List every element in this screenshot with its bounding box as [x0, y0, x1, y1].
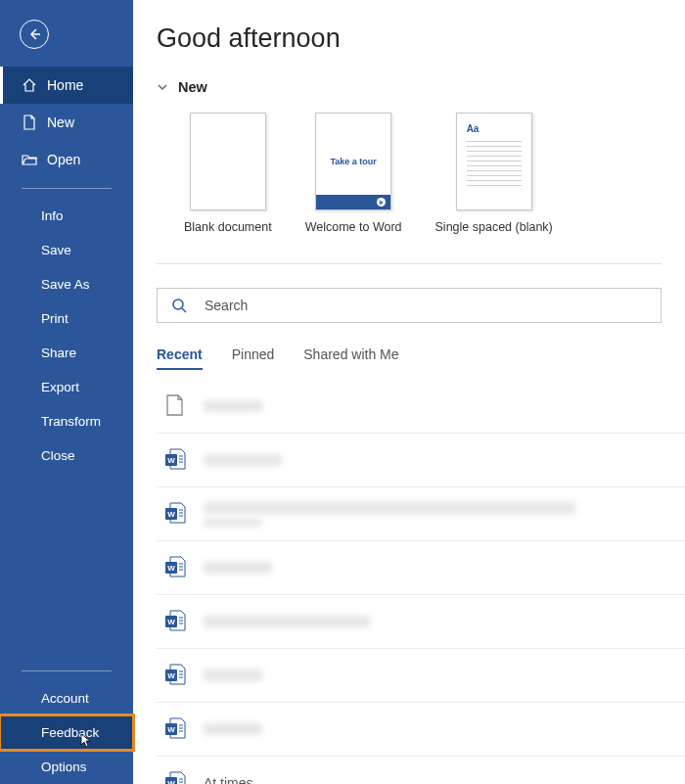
sidebar-divider [22, 188, 112, 189]
template-thumb: Take a tour [315, 113, 391, 210]
word-doc-icon: W [164, 770, 186, 784]
svg-text:W: W [167, 618, 175, 626]
folder-open-icon [22, 152, 37, 167]
nav-home[interactable]: Home [0, 67, 133, 104]
svg-text:W: W [167, 725, 175, 734]
word-doc-icon: W [164, 663, 186, 688]
template-thumb [190, 113, 266, 210]
word-doc-icon: W [164, 555, 186, 580]
template-label: Welcome to Word [305, 220, 402, 234]
home-icon [22, 77, 37, 93]
recent-tabs: Recent Pinned Shared with Me [157, 346, 685, 370]
word-doc-icon: W [164, 609, 186, 634]
search-box[interactable] [157, 288, 662, 323]
file-name-redacted [204, 723, 262, 735]
template-gallery: Blank document Take a tour Welcome to Wo… [184, 113, 685, 234]
nav-save-as[interactable]: Save As [0, 267, 133, 301]
nav-transform[interactable]: Transform [0, 404, 133, 438]
template-inner-text: Take a tour [316, 157, 390, 166]
file-row[interactable]: W [157, 649, 685, 703]
svg-text:W: W [167, 510, 175, 519]
new-section-header[interactable]: New [157, 79, 685, 95]
arrow-right-icon [379, 200, 385, 206]
file-name: At times [204, 775, 253, 784]
file-meta-redacted [204, 519, 262, 527]
nav-open[interactable]: Open [0, 141, 133, 178]
file-row[interactable]: W [157, 541, 685, 595]
nav-home-label: Home [47, 77, 83, 93]
search-icon [171, 298, 187, 313]
nav-account[interactable]: Account [0, 681, 133, 715]
file-row[interactable]: W [157, 703, 685, 757]
tab-pinned[interactable]: Pinned [232, 346, 275, 370]
nav-feedback[interactable]: Feedback [0, 715, 133, 750]
file-row[interactable]: W At times [157, 757, 685, 784]
nav-options[interactable]: Options [0, 750, 133, 784]
nav-info[interactable]: Info [0, 199, 133, 233]
nav-share[interactable]: Share [0, 336, 133, 370]
backstage-sidebar: Home New Open Info Save Save As Print Sh… [0, 0, 133, 784]
nav-close[interactable]: Close [0, 438, 133, 473]
file-name-redacted [204, 616, 370, 627]
document-icon [22, 115, 37, 130]
template-inner-text: Aa [467, 123, 480, 134]
new-section-label: New [178, 79, 207, 95]
template-label: Single spaced (blank) [435, 220, 553, 234]
mouse-cursor-icon [80, 733, 92, 749]
arrow-left-icon [27, 27, 41, 41]
template-single-spaced[interactable]: Aa Single spaced (blank) [435, 113, 553, 234]
file-row[interactable]: W [157, 595, 685, 649]
svg-point-0 [173, 300, 183, 309]
file-name-redacted [204, 502, 575, 514]
word-doc-icon: W [164, 447, 186, 473]
sidebar-divider-bottom [22, 670, 112, 671]
nav-save[interactable]: Save [0, 233, 133, 267]
recent-files-list: W W W W W W W At times [157, 380, 685, 784]
template-blank[interactable]: Blank document [184, 113, 272, 234]
file-row[interactable]: W [157, 487, 685, 541]
file-name-redacted [204, 669, 262, 681]
svg-text:W: W [167, 456, 175, 465]
word-doc-icon: W [164, 501, 186, 527]
svg-text:W: W [167, 671, 175, 680]
section-divider [157, 263, 662, 264]
template-thumb: Aa [456, 113, 532, 210]
nav-new-label: New [47, 115, 74, 130]
template-welcome[interactable]: Take a tour Welcome to Word [305, 113, 402, 234]
file-row[interactable]: W [157, 434, 685, 487]
tab-shared[interactable]: Shared with Me [303, 346, 398, 370]
nav-open-label: Open [47, 152, 80, 167]
file-name-redacted [204, 562, 272, 574]
back-button[interactable] [20, 20, 49, 49]
word-doc-icon: W [164, 716, 186, 742]
file-name-redacted [204, 400, 262, 412]
main-content: Good afternoon New Blank document Take a… [133, 0, 685, 784]
page-title: Good afternoon [157, 23, 685, 54]
nav-new[interactable]: New [0, 104, 133, 141]
nav-print[interactable]: Print [0, 301, 133, 336]
file-name-redacted [204, 454, 282, 466]
tab-recent[interactable]: Recent [157, 346, 203, 370]
file-row[interactable] [157, 380, 685, 434]
template-label: Blank document [184, 220, 272, 234]
chevron-down-icon [157, 81, 168, 93]
svg-text:W: W [167, 564, 175, 573]
document-icon [164, 393, 186, 419]
svg-text:W: W [167, 779, 175, 784]
search-input[interactable] [205, 298, 647, 313]
nav-export[interactable]: Export [0, 370, 133, 404]
